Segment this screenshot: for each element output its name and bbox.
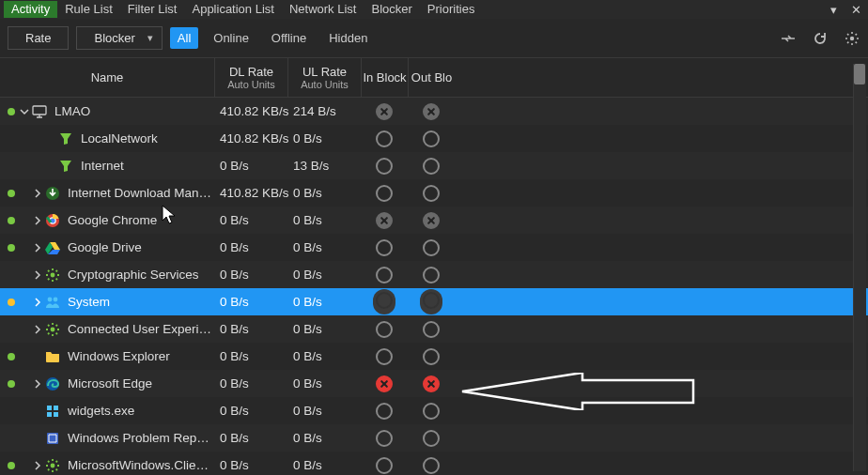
table-row[interactable]: Google Chrome0 B/s0 B/s	[0, 207, 868, 234]
filter-online[interactable]: Online	[206, 27, 256, 49]
in-block[interactable]	[361, 212, 408, 229]
in-block[interactable]	[361, 348, 408, 365]
out-block[interactable]	[408, 185, 455, 202]
in-block[interactable]	[361, 267, 408, 283]
table-row[interactable]: Windows Explorer0 B/s0 B/s	[0, 343, 868, 370]
table-row[interactable]: Microsoft Edge0 B/s0 B/s	[0, 370, 868, 397]
col-header-in-block[interactable]: In Block	[361, 58, 408, 97]
block-toggle-off-icon[interactable]	[423, 267, 440, 283]
table-row[interactable]: LocalNetwork410.82 KB/s0 B/s	[0, 125, 868, 152]
table-row[interactable]: Connected User Experiences a0 B/s0 B/s	[0, 315, 868, 343]
col-header-dl-rate[interactable]: DL Rate Auto Units	[214, 58, 287, 97]
out-block[interactable]	[408, 239, 455, 256]
expand-toggle[interactable]	[32, 379, 43, 389]
out-block[interactable]	[408, 103, 455, 120]
block-toggle-off-icon[interactable]	[423, 185, 440, 202]
block-toggle-off-icon[interactable]	[423, 158, 440, 175]
block-toggle-off-icon[interactable]	[423, 130, 440, 147]
block-toggle-off-icon[interactable]	[423, 457, 440, 474]
block-toggle-off-icon[interactable]	[423, 292, 440, 309]
block-toggle-off-icon[interactable]	[376, 158, 393, 175]
out-block[interactable]	[408, 375, 455, 392]
out-block[interactable]	[408, 267, 455, 283]
table-row[interactable]: LMAO410.82 KB/s214 B/s	[0, 98, 868, 125]
table-row[interactable]: Internet Download Manager (410.82 KB/s0 …	[0, 179, 868, 207]
table-row[interactable]: widgets.exe0 B/s0 B/s	[0, 397, 868, 424]
block-toggle-blocked-icon[interactable]	[423, 375, 440, 392]
in-block[interactable]	[361, 158, 408, 175]
expand-toggle[interactable]	[32, 298, 43, 307]
scrollbar-thumb[interactable]	[854, 64, 865, 84]
table-row[interactable]: Windows Problem Reporting0 B/s0 B/s	[0, 424, 868, 452]
out-block[interactable]	[408, 130, 455, 147]
table-row[interactable]: Internet0 B/s13 B/s	[0, 152, 868, 179]
in-block[interactable]	[361, 430, 408, 447]
block-toggle-off-icon[interactable]	[376, 403, 393, 420]
settings-icon[interactable]	[844, 30, 860, 47]
expand-toggle[interactable]	[32, 270, 43, 280]
in-block[interactable]	[361, 321, 408, 338]
in-block[interactable]	[361, 130, 408, 147]
col-header-name[interactable]: Name	[0, 70, 214, 84]
refresh-icon[interactable]	[812, 30, 829, 47]
tab-application-list[interactable]: Application List	[184, 1, 281, 18]
block-toggle-off-icon[interactable]	[423, 403, 440, 420]
out-block[interactable]	[408, 158, 455, 175]
in-block[interactable]	[361, 239, 408, 256]
block-toggle-off-icon[interactable]	[376, 239, 393, 256]
out-block[interactable]	[408, 212, 455, 229]
in-block[interactable]	[361, 185, 408, 202]
out-block[interactable]	[408, 348, 455, 365]
table-row[interactable]: Google Drive0 B/s0 B/s	[0, 234, 868, 261]
block-toggle-off-icon[interactable]	[423, 239, 440, 256]
block-toggle-off-icon[interactable]	[423, 430, 440, 447]
tab-blocker[interactable]: Blocker	[364, 1, 419, 18]
block-toggle-off-icon[interactable]	[376, 430, 393, 447]
tab-network-list[interactable]: Network List	[282, 1, 364, 18]
block-toggle-off-icon[interactable]	[376, 457, 393, 474]
in-block[interactable]	[361, 289, 408, 314]
out-block[interactable]	[408, 321, 455, 338]
window-menu-icon[interactable]: ▾	[825, 3, 842, 17]
block-toggle-off-icon[interactable]	[423, 348, 440, 365]
tab-rule-list[interactable]: Rule List	[57, 1, 120, 18]
table-row[interactable]: System0 B/s0 B/s	[0, 288, 868, 315]
in-block[interactable]	[361, 103, 408, 120]
block-toggle-on-icon[interactable]	[376, 103, 393, 120]
blocker-dropdown[interactable]: Blocker	[76, 26, 162, 50]
expand-toggle[interactable]	[19, 107, 30, 116]
expand-toggle[interactable]	[32, 189, 43, 198]
out-block[interactable]	[408, 289, 455, 314]
block-toggle-on-icon[interactable]	[423, 212, 440, 229]
block-toggle-on-icon[interactable]	[376, 212, 393, 229]
block-toggle-off-icon[interactable]	[376, 321, 393, 338]
block-toggle-off-icon[interactable]	[376, 185, 393, 202]
filter-offline[interactable]: Offline	[264, 27, 314, 49]
block-toggle-off-icon[interactable]	[376, 348, 393, 365]
out-block[interactable]	[408, 403, 455, 420]
in-block[interactable]	[361, 457, 408, 474]
filter-all[interactable]: All	[170, 27, 198, 49]
rate-button[interactable]: Rate	[8, 26, 69, 50]
col-header-out-block[interactable]: Out Blo	[408, 58, 455, 97]
block-toggle-off-icon[interactable]	[376, 292, 393, 309]
tab-filter-list[interactable]: Filter List	[120, 1, 185, 18]
expand-toggle[interactable]	[32, 461, 43, 470]
block-toggle-on-icon[interactable]	[423, 103, 440, 120]
expand-toggle[interactable]	[32, 325, 43, 334]
block-toggle-off-icon[interactable]	[423, 321, 440, 338]
col-header-ul-rate[interactable]: UL Rate Auto Units	[287, 58, 361, 97]
block-toggle-blocked-icon[interactable]	[376, 375, 393, 392]
expand-toggle[interactable]	[32, 216, 43, 225]
table-row[interactable]: MicrosoftWindows.Client.CBS0 B/s0 B/s	[0, 452, 868, 475]
out-block[interactable]	[408, 430, 455, 447]
in-block[interactable]	[361, 375, 408, 392]
filter-hidden[interactable]: Hidden	[321, 27, 375, 49]
block-toggle-off-icon[interactable]	[376, 267, 393, 283]
out-block[interactable]	[408, 457, 455, 474]
block-toggle-off-icon[interactable]	[376, 130, 393, 147]
in-block[interactable]	[361, 403, 408, 420]
table-row[interactable]: Cryptographic Services0 B/s0 B/s	[0, 261, 868, 288]
window-close-icon[interactable]: ✕	[847, 3, 864, 17]
scrollbar-track[interactable]	[853, 64, 866, 471]
